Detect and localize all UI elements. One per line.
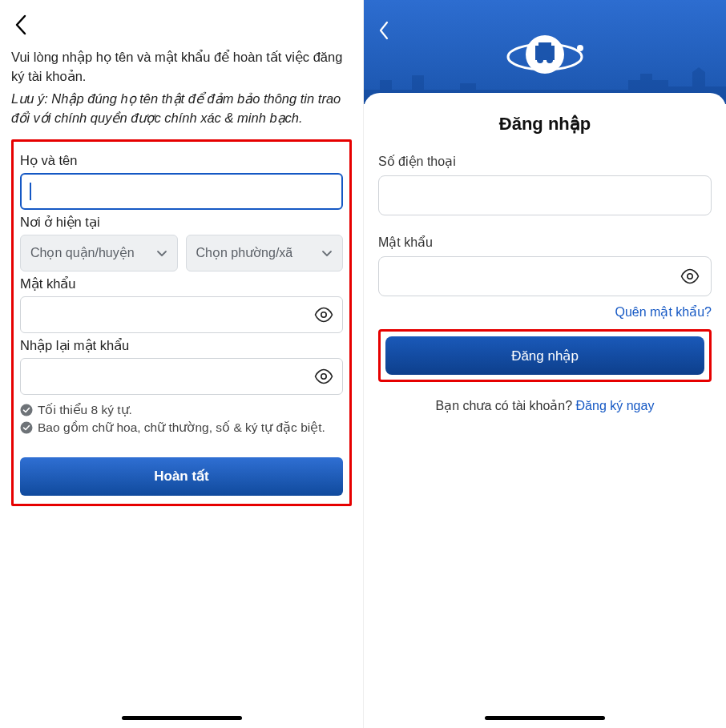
svg-point-8 [537, 57, 543, 63]
register-screen: Vui lòng nhập họ tên và mật khẩu để hoàn… [0, 0, 363, 728]
back-button[interactable] [14, 14, 27, 35]
svg-point-2 [21, 404, 33, 416]
fullname-label: Họ và tên [20, 153, 343, 168]
no-account-text: Bạn chưa có tài khoản? [436, 399, 576, 412]
confirm-label: Nhập lại mật khẩu [20, 338, 343, 353]
check-circle-icon [20, 404, 33, 416]
chevron-down-icon [321, 247, 333, 259]
signup-row: Bạn chưa có tài khoản? Đăng ký ngay [378, 398, 712, 413]
chevron-left-icon [378, 21, 389, 40]
home-indicator[interactable] [122, 716, 242, 720]
svg-point-3 [21, 421, 33, 433]
password-label: Mật khẩu [20, 276, 343, 292]
hint-row: Tối thiểu 8 ký tự. [20, 403, 343, 417]
form-highlight: Họ và tên Nơi ở hiện tại Chọn quận/huyện… [11, 139, 352, 506]
ward-placeholder: Chọn phường/xã [196, 245, 293, 260]
chevron-left-icon [14, 14, 27, 35]
hero-banner [364, 0, 726, 104]
svg-point-9 [547, 57, 553, 63]
svg-rect-7 [538, 42, 551, 47]
forgot-link[interactable]: Quên mật khẩu? [378, 304, 712, 320]
ward-select[interactable]: Chọn phường/xã [186, 235, 344, 271]
hint2-text: Bao gồm chữ hoa, chữ thường, số & ký tự … [38, 420, 325, 435]
hint-row: Bao gồm chữ hoa, chữ thường, số & ký tự … [20, 420, 343, 435]
back-button[interactable] [378, 21, 389, 40]
phone-input[interactable] [378, 175, 712, 215]
location-label: Nơi ở hiện tại [20, 215, 343, 230]
login-screen: Đăng nhập Số điện thoại Mật khẩu Quên mậ… [363, 0, 726, 728]
password-input[interactable] [20, 296, 343, 333]
eye-icon[interactable] [314, 305, 333, 324]
submit-button[interactable]: Hoàn tất [20, 457, 343, 496]
district-select[interactable]: Chọn quận/huyện [20, 235, 178, 271]
eye-icon[interactable] [314, 367, 333, 386]
district-placeholder: Chọn quận/huyện [30, 245, 135, 260]
password-input[interactable] [378, 256, 712, 296]
phone-label: Số điện thoại [378, 154, 712, 169]
home-indicator[interactable] [485, 716, 605, 720]
login-button[interactable]: Đăng nhập [385, 336, 704, 375]
svg-point-0 [321, 312, 326, 316]
svg-point-1 [321, 373, 326, 378]
svg-point-11 [688, 274, 692, 279]
chevron-down-icon [156, 247, 167, 259]
password-label: Mật khẩu [378, 235, 712, 250]
login-sheet: Đăng nhập Số điện thoại Mật khẩu Quên mậ… [364, 93, 726, 728]
svg-point-10 [577, 45, 583, 51]
confirm-input[interactable] [20, 358, 343, 395]
hint1-text: Tối thiểu 8 ký tự. [38, 403, 132, 417]
fullname-input[interactable] [20, 173, 343, 210]
intro-text: Vui lòng nhập họ tên và mật khẩu để hoàn… [11, 48, 352, 86]
check-circle-icon [20, 421, 33, 434]
login-highlight: Đăng nhập [378, 329, 712, 382]
login-title: Đăng nhập [378, 114, 712, 135]
note-text: Lưu ý: Nhập đúng họ tên thật để đảm bảo … [11, 90, 352, 128]
eye-icon[interactable] [680, 267, 700, 286]
signup-link[interactable]: Đăng ký ngay [576, 399, 655, 412]
